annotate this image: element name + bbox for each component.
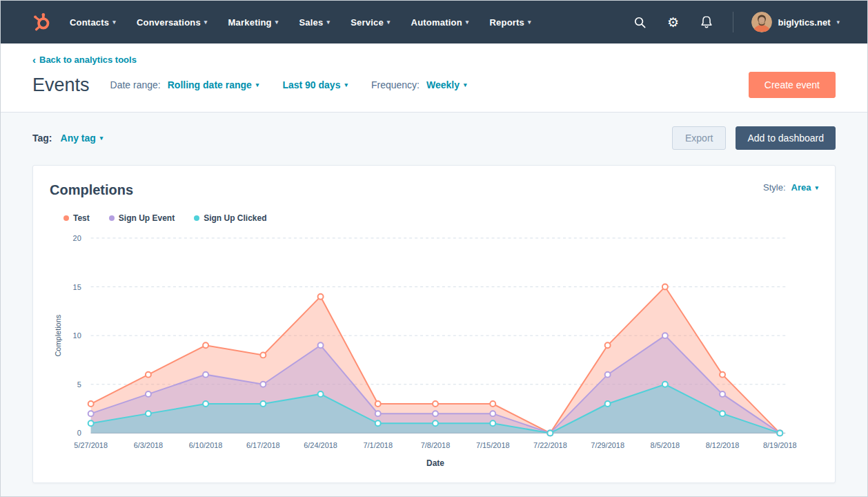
legend-item-sign-up-event[interactable]: Sign Up Event [109,213,175,223]
svg-text:10: 10 [73,331,81,340]
frequency-label: Frequency: [371,79,420,90]
nav-item-conversations[interactable]: Conversations▾ [137,17,208,28]
nav-item-label: Marketing [228,17,272,28]
avatar [751,12,772,32]
frequency-dropdown[interactable]: Weekly ▾ [426,79,467,90]
chevron-left-icon: ‹ [32,55,36,65]
navbar-divider [733,12,733,32]
main-nav: Contacts▾Conversations▾Marketing▾Sales▾S… [70,17,531,28]
svg-text:8/5/2018: 8/5/2018 [651,441,680,449]
completions-area-chart[interactable]: 051015205/27/20186/3/20186/10/20186/17/2… [50,227,818,473]
account-name: biglytics.net [778,17,831,28]
frequency-value: Weekly [426,79,460,90]
legend-label: Test [73,213,90,223]
page-title: Events [32,75,90,96]
nav-item-service[interactable]: Service▾ [351,17,390,28]
nav-item-contacts[interactable]: Contacts▾ [70,17,116,28]
completions-card: Completions Style: Area ▾ TestSign Up Ev… [32,165,836,483]
chevron-down-icon: ▾ [256,81,259,88]
chevron-down-icon: ▾ [466,19,469,26]
legend-dot [63,215,69,221]
chevron-down-icon: ▾ [326,19,330,26]
search-button[interactable] [632,14,649,30]
svg-text:7/8/2018: 7/8/2018 [421,441,451,449]
chart-style-value: Area [791,182,811,193]
back-link-label: Back to analytics tools [39,55,137,65]
nav-item-label: Reports [490,17,525,28]
nav-item-label: Service [351,17,384,28]
legend-item-sign-up-clicked[interactable]: Sign Up Clicked [194,213,266,223]
chevron-down-icon: ▾ [387,19,391,26]
add-to-dashboard-button[interactable]: Add to dashboard [736,126,836,150]
legend-label: Sign Up Clicked [204,213,266,223]
svg-text:6/17/2018: 6/17/2018 [246,441,280,449]
svg-text:8/12/2018: 8/12/2018 [706,441,740,449]
nav-item-label: Automation [411,17,462,28]
svg-text:7/1/2018: 7/1/2018 [363,441,393,449]
notifications-button[interactable] [698,14,715,30]
legend-item-test[interactable]: Test [63,213,90,223]
nav-item-label: Contacts [70,17,109,28]
date-range-period-value: Last 90 days [282,79,340,90]
chevron-down-icon: ▾ [836,19,840,26]
svg-text:6/24/2018: 6/24/2018 [304,441,337,449]
svg-text:Date: Date [426,458,444,468]
svg-text:5: 5 [77,380,81,389]
search-icon [633,16,647,29]
hubspot-logo[interactable] [31,12,52,32]
chart-area[interactable]: 051015205/27/20186/3/20186/10/20186/17/2… [50,227,818,473]
account-menu[interactable]: biglytics.net ▾ [751,12,840,32]
export-button[interactable]: Export [672,126,726,150]
chevron-down-icon: ▾ [815,184,818,191]
chevron-down-icon: ▾ [100,135,103,142]
tag-label: Tag: [32,133,52,144]
filter-toolbar: Tag: Any tag ▾ Export Add to dashboard [1,113,867,153]
top-navbar: Contacts▾Conversations▾Marketing▾Sales▾S… [1,1,867,43]
legend-dot [194,215,199,221]
svg-text:7/22/2018: 7/22/2018 [533,441,567,449]
svg-text:6/10/2018: 6/10/2018 [189,441,223,449]
nav-item-automation[interactable]: Automation▾ [411,17,469,28]
style-label: Style: [763,182,786,193]
nav-item-marketing[interactable]: Marketing▾ [228,17,279,28]
svg-text:20: 20 [73,234,81,242]
app-window: Contacts▾Conversations▾Marketing▾Sales▾S… [0,0,868,497]
legend-dot [109,215,115,221]
chevron-down-icon: ▾ [344,81,348,88]
hubspot-sprocket-icon [32,12,51,32]
gear-icon: ⚙ [667,16,679,29]
bell-icon [700,15,713,29]
svg-text:8/19/2018: 8/19/2018 [763,441,797,449]
nav-item-reports[interactable]: Reports▾ [490,17,531,28]
create-event-button[interactable]: Create event [749,72,836,98]
svg-text:7/15/2018: 7/15/2018 [476,441,510,449]
svg-text:0: 0 [77,429,81,437]
date-range-period-dropdown[interactable]: Last 90 days ▾ [282,79,348,90]
nav-item-sales[interactable]: Sales▾ [299,17,330,28]
navbar-right: ⚙ biglytics. [632,12,840,32]
nav-item-label: Conversations [137,17,201,28]
chevron-down-icon: ▾ [112,19,116,26]
chevron-down-icon: ▾ [275,19,279,26]
date-range-label: Date range: [110,79,161,90]
svg-text:5/27/2018: 5/27/2018 [74,441,108,449]
settings-button[interactable]: ⚙ [665,14,682,30]
page-header: ‹ Back to analytics tools Events Date ra… [1,43,867,113]
svg-text:15: 15 [73,283,81,291]
chevron-down-icon: ▾ [528,19,531,26]
card-title: Completions [50,182,133,198]
svg-text:7/29/2018: 7/29/2018 [591,441,624,449]
chart-style-dropdown[interactable]: Area ▾ [791,182,818,193]
chart-legend: TestSign Up EventSign Up Clicked [63,213,818,223]
svg-text:Completions: Completions [54,314,62,356]
chevron-down-icon: ▾ [204,19,208,26]
nav-item-label: Sales [299,17,323,28]
date-range-type-dropdown[interactable]: Rolling date range ▾ [168,79,259,90]
back-to-analytics-link[interactable]: ‹ Back to analytics tools [32,55,137,65]
tag-dropdown[interactable]: Any tag ▾ [61,133,103,144]
date-range-type-value: Rolling date range [168,79,252,90]
tag-value: Any tag [61,133,96,144]
legend-label: Sign Up Event [119,213,175,223]
svg-text:6/3/2018: 6/3/2018 [134,441,164,449]
chevron-down-icon: ▾ [464,81,467,88]
